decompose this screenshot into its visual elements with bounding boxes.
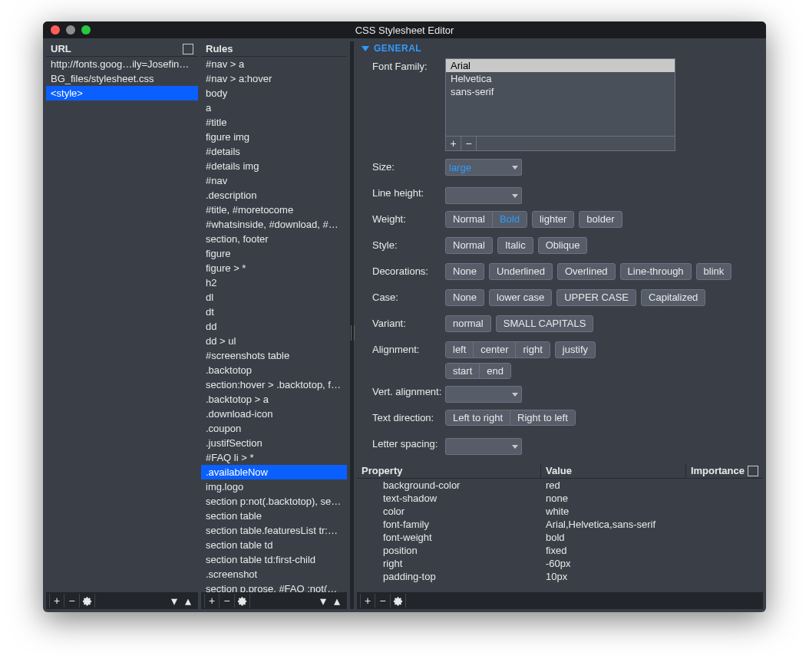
valign-combo[interactable] xyxy=(445,386,522,403)
variant-option[interactable]: SMALL CAPITALS xyxy=(496,315,594,332)
align-option[interactable]: left xyxy=(446,342,474,357)
up-arrow-icon[interactable]: ▴ xyxy=(330,594,344,608)
rule-item[interactable]: #title, #moretocome xyxy=(201,203,347,217)
close-icon[interactable] xyxy=(51,25,60,35)
rule-item[interactable]: #nav xyxy=(201,173,347,188)
align-option[interactable]: right xyxy=(516,342,549,357)
rule-item[interactable]: dd > ul xyxy=(201,334,347,348)
add-icon[interactable]: + xyxy=(204,594,220,608)
gear-icon[interactable] xyxy=(391,594,406,608)
case-option[interactable]: None xyxy=(445,289,484,306)
case-option[interactable]: UPPER CASE xyxy=(556,289,636,306)
rule-item[interactable]: .backtotop xyxy=(201,363,347,377)
case-option[interactable]: lower case xyxy=(489,289,552,306)
align-option[interactable]: start xyxy=(446,364,480,378)
remove-icon[interactable]: − xyxy=(375,594,391,608)
decoration-option[interactable]: Overlined xyxy=(557,263,616,280)
size-combo[interactable]: large xyxy=(445,159,522,176)
col-importance[interactable]: Importance xyxy=(686,463,763,478)
rule-item[interactable]: section table td:first-child xyxy=(201,552,347,567)
weight-normal[interactable]: Normal xyxy=(446,212,493,227)
property-row[interactable]: font-familyArial,Helvetica,sans-serif xyxy=(357,518,763,531)
decoration-option[interactable]: Line-through xyxy=(620,263,692,280)
down-arrow-icon[interactable]: ▾ xyxy=(316,594,330,608)
rule-item[interactable]: a xyxy=(201,100,347,115)
property-row[interactable]: background-colorred xyxy=(357,479,763,492)
style-option[interactable]: Oblique xyxy=(538,237,588,254)
rule-item[interactable]: figure xyxy=(201,246,347,261)
property-row[interactable]: positionfixed xyxy=(357,544,763,557)
variant-option[interactable]: normal xyxy=(445,315,491,332)
direction-option[interactable]: Right to left xyxy=(510,410,575,425)
minimize-icon[interactable] xyxy=(66,25,75,35)
case-option[interactable]: Capitalized xyxy=(641,289,705,306)
url-item[interactable]: http://fonts.goog…ily=Josefin+Sans xyxy=(46,57,198,71)
rule-item[interactable]: h2 xyxy=(201,275,347,290)
rule-item[interactable]: .coupon xyxy=(201,421,347,436)
vertical-divider[interactable] xyxy=(350,41,354,609)
letter-combo[interactable] xyxy=(445,438,522,455)
rule-item[interactable]: .backtotop > a xyxy=(201,392,347,407)
general-header[interactable]: GENERAL xyxy=(357,41,763,55)
rule-item[interactable]: img.logo xyxy=(201,479,347,494)
rule-item[interactable]: section, footer xyxy=(201,232,347,246)
align-option[interactable]: center xyxy=(474,342,516,357)
remove-icon[interactable]: − xyxy=(220,594,235,608)
rule-item[interactable]: figure > * xyxy=(201,261,347,275)
rule-item[interactable]: figure img xyxy=(201,130,347,144)
remove-icon[interactable]: − xyxy=(461,137,477,150)
property-row[interactable]: colorwhite xyxy=(357,505,763,518)
add-icon[interactable]: + xyxy=(360,594,375,608)
align-option[interactable]: end xyxy=(480,364,510,378)
decoration-option[interactable]: Underlined xyxy=(489,263,553,280)
add-icon[interactable]: + xyxy=(446,137,461,150)
rule-item[interactable]: #title xyxy=(201,115,347,130)
properties-list[interactable]: background-colorredtext-shadownonecolorw… xyxy=(357,479,763,592)
style-option[interactable]: Italic xyxy=(497,237,533,254)
column-picker-icon[interactable] xyxy=(748,466,758,476)
font-option[interactable]: Helvetica xyxy=(446,72,675,85)
font-family-list[interactable]: ArialHelveticasans-serif xyxy=(446,59,675,136)
font-option[interactable]: sans-serif xyxy=(446,85,675,98)
font-option[interactable]: Arial xyxy=(446,59,675,72)
gear-icon[interactable] xyxy=(235,594,250,608)
align-option[interactable]: justify xyxy=(555,341,596,358)
rule-item[interactable]: section p:not(.backtotop), secti… xyxy=(201,494,347,509)
rule-item[interactable]: .screenshot xyxy=(201,567,347,581)
weight-lighter[interactable]: lighter xyxy=(532,211,574,228)
column-picker-icon[interactable] xyxy=(183,44,193,54)
weight-bold[interactable]: Bold xyxy=(493,212,527,227)
weight-bolder[interactable]: bolder xyxy=(579,211,622,228)
rule-item[interactable]: #screenshots table xyxy=(201,348,347,363)
rule-item[interactable]: section table td xyxy=(201,538,347,552)
rule-item[interactable]: .download-icon xyxy=(201,407,347,421)
remove-icon[interactable]: − xyxy=(64,594,80,608)
property-row[interactable]: text-shadownone xyxy=(357,492,763,505)
rule-item[interactable]: .availableNow xyxy=(201,465,347,479)
line-height-combo[interactable] xyxy=(445,187,522,204)
zoom-icon[interactable] xyxy=(81,25,91,35)
rule-item[interactable]: #whatsinside, #download, #con… xyxy=(201,217,347,232)
rule-item[interactable]: section table.featuresList tr:nth… xyxy=(201,523,347,538)
col-property[interactable]: Property xyxy=(357,463,541,478)
up-arrow-icon[interactable]: ▴ xyxy=(181,594,195,608)
url-item[interactable]: <style> xyxy=(46,86,198,100)
add-icon[interactable]: + xyxy=(49,594,64,608)
rule-item[interactable]: section:hover > .backtotop, foot… xyxy=(201,377,347,392)
rule-item[interactable]: body xyxy=(201,86,347,100)
rule-item[interactable]: section table xyxy=(201,509,347,523)
rules-list[interactable]: #nav > a#nav > a:hoverbodya#titlefigure … xyxy=(201,57,347,592)
rule-item[interactable]: #details img xyxy=(201,159,347,173)
down-arrow-icon[interactable]: ▾ xyxy=(167,594,181,608)
property-row[interactable]: font-weightbold xyxy=(357,531,763,544)
rule-item[interactable]: dd xyxy=(201,319,347,334)
rule-item[interactable]: #nav > a xyxy=(201,57,347,71)
rule-item[interactable]: #nav > a:hover xyxy=(201,71,347,86)
rule-item[interactable]: .description xyxy=(201,188,347,203)
rule-item[interactable]: section p.prose, #FAQ :not(h2):… xyxy=(201,581,347,592)
gear-icon[interactable] xyxy=(80,594,95,608)
col-value[interactable]: Value xyxy=(541,463,686,478)
property-row[interactable]: right-60px xyxy=(357,557,763,570)
rule-item[interactable]: dt xyxy=(201,305,347,319)
url-item[interactable]: BG_files/stylesheet.css xyxy=(46,71,198,86)
